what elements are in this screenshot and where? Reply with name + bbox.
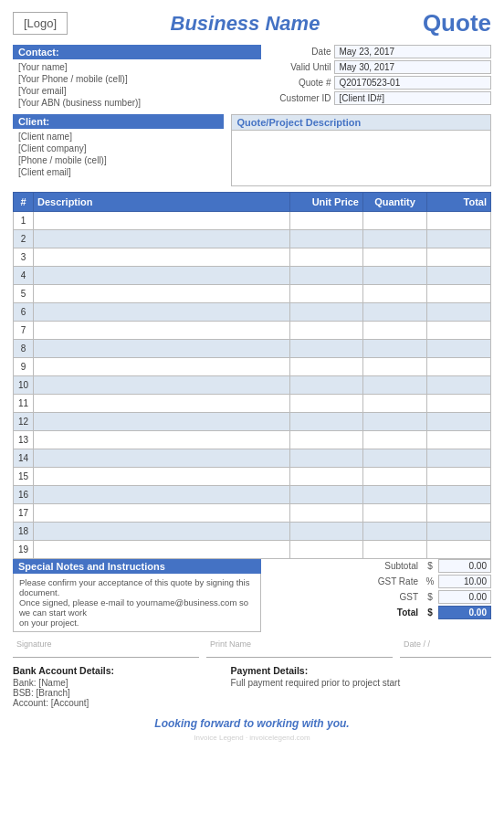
contact-block: Contact: [Your name] [Your Phone / mobil… — [13, 45, 261, 109]
cell-desc — [34, 267, 290, 285]
cell-qty — [363, 322, 427, 340]
client-name: [Client name] — [13, 131, 224, 143]
cell-total — [427, 523, 491, 541]
notes-line3: on your project. — [19, 618, 255, 628]
totals-block: Subtotal $ 0.00 GST Rate % 10.00 GST $ 0… — [268, 559, 491, 632]
cell-qty — [363, 267, 427, 285]
bank-bsb: BSB: [Branch] — [13, 688, 224, 698]
cell-qty — [363, 212, 427, 230]
cell-num: 10 — [14, 376, 34, 395]
desc-header: Quote/Project Description — [232, 115, 490, 131]
cell-price — [290, 413, 363, 431]
cell-num: 5 — [14, 285, 34, 303]
header: [Logo] Business Name Quote — [13, 9, 491, 37]
client-header: Client: — [13, 114, 224, 129]
cell-num: 9 — [14, 358, 34, 376]
contact-name: [Your name] — [13, 61, 261, 73]
cell-qty — [363, 230, 427, 248]
items-table: # Description Unit Price Quantity Total … — [13, 192, 491, 559]
cell-desc — [34, 285, 290, 303]
cell-num: 7 — [14, 322, 34, 340]
client-email: [Client email] — [13, 166, 224, 178]
table-row: 5 — [14, 285, 491, 303]
cell-num: 18 — [14, 523, 34, 541]
signature-label: Signature — [16, 639, 52, 649]
cell-num: 14 — [14, 449, 34, 468]
cell-desc — [34, 358, 290, 376]
cell-total — [427, 303, 491, 322]
cell-desc — [34, 523, 290, 541]
cell-price — [290, 504, 363, 523]
cell-num: 3 — [14, 248, 34, 267]
cell-total — [427, 541, 491, 559]
cell-price — [290, 285, 363, 303]
signature-row: Signature Print Name Date / / — [13, 638, 491, 658]
footer-message: Looking forward to working with you. — [13, 717, 491, 730]
signature-field[interactable]: Signature — [13, 638, 199, 658]
cell-price — [290, 340, 363, 358]
cell-desc — [34, 230, 290, 248]
cell-total — [427, 486, 491, 504]
cell-desc — [34, 449, 290, 468]
cell-price — [290, 395, 363, 413]
payment-block: Payment Details: Full payment required p… — [231, 665, 491, 708]
info-section: Contact: [Your name] [Your Phone / mobil… — [13, 45, 491, 109]
cell-desc — [34, 376, 290, 395]
watermark: Invoice Legend · invoicelegend.com — [13, 734, 491, 742]
cell-total — [427, 376, 491, 395]
cell-price — [290, 376, 363, 395]
gst-rate-sym: % — [422, 576, 438, 586]
notes-block: Special Notes and Instructions Please co… — [13, 559, 261, 632]
valid-until-value: May 30, 2017 — [334, 60, 491, 74]
cell-price — [290, 541, 363, 559]
cell-desc — [34, 248, 290, 267]
table-row: 7 — [14, 322, 491, 340]
total-value: 0.00 — [438, 606, 491, 619]
print-name-field[interactable]: Print Name — [206, 638, 393, 658]
cell-total — [427, 468, 491, 486]
cell-total — [427, 285, 491, 303]
total-label: Total — [268, 607, 422, 618]
col-header-total: Total — [427, 193, 491, 212]
customer-id-value: [Client ID#] — [334, 91, 491, 105]
client-block: Client: [Client name] [Client company] [… — [13, 114, 224, 186]
quote-title: Quote — [423, 9, 491, 37]
col-header-num: # — [14, 193, 34, 212]
cell-qty — [363, 358, 427, 376]
gst-row: GST $ 0.00 — [268, 590, 491, 604]
cell-qty — [363, 395, 427, 413]
col-header-desc: Description — [34, 193, 290, 212]
cell-total — [427, 212, 491, 230]
table-row: 9 — [14, 358, 491, 376]
cell-total — [427, 395, 491, 413]
table-row: 4 — [14, 267, 491, 285]
cell-price — [290, 523, 363, 541]
contact-abn: [Your ABN (business number)] — [13, 97, 261, 109]
cell-qty — [363, 468, 427, 486]
bank-block: Bank Account Details: Bank: [Name] BSB: … — [13, 665, 224, 708]
quote-num-label: Quote # — [270, 78, 334, 88]
cell-num: 19 — [14, 541, 34, 559]
table-row: 19 — [14, 541, 491, 559]
subtotal-label: Subtotal — [268, 561, 422, 571]
cell-qty — [363, 248, 427, 267]
col-header-price: Unit Price — [290, 193, 363, 212]
cell-num: 8 — [14, 340, 34, 358]
table-row: 16 — [14, 486, 491, 504]
contact-email: [Your email] — [13, 85, 261, 97]
cell-price — [290, 468, 363, 486]
sig-date-field[interactable]: Date / / — [400, 638, 491, 658]
notes-line1: Please confirm your acceptance of this q… — [19, 577, 255, 597]
col-header-qty: Quantity — [363, 193, 427, 212]
cell-qty — [363, 340, 427, 358]
table-header-row: # Description Unit Price Quantity Total — [14, 193, 491, 212]
cell-qty — [363, 303, 427, 322]
cell-desc — [34, 340, 290, 358]
bank-name: Bank: [Name] — [13, 678, 224, 688]
print-name-label: Print Name — [210, 639, 251, 649]
cell-qty — [363, 431, 427, 449]
cell-desc — [34, 322, 290, 340]
table-row: 14 — [14, 449, 491, 468]
table-row: 12 — [14, 413, 491, 431]
date-label: Date — [270, 47, 334, 57]
